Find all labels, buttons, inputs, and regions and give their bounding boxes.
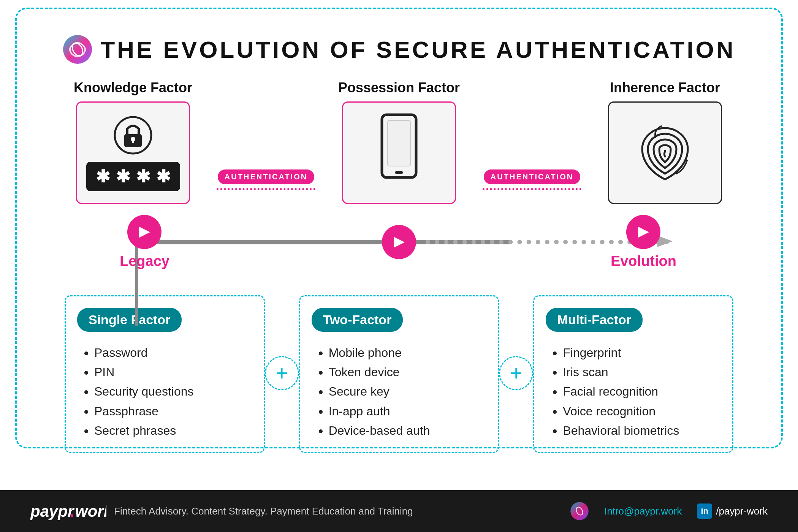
auth-dotted-1	[217, 188, 315, 190]
list-item: Password	[94, 343, 249, 363]
content-area: THE EVOLUTION OF SECURE AUTHENTICATION K…	[0, 0, 798, 490]
single-factor-title: Single Factor	[77, 308, 182, 332]
logo-icon	[62, 34, 93, 65]
main-container: THE EVOLUTION OF SECURE AUTHENTICATION K…	[0, 0, 798, 532]
footer-tagline: Fintech Advisory. Content Strategy. Paym…	[114, 505, 413, 517]
two-factor-title: Two-Factor	[312, 308, 403, 332]
svg-point-0	[63, 35, 92, 64]
evolution-label: Evolution	[611, 253, 676, 269]
knowledge-factor-title: Knowledge Factor	[74, 80, 192, 96]
knowledge-factor: Knowledge Factor	[61, 80, 205, 204]
inherence-factor-box	[608, 101, 722, 204]
svg-text:paypr: paypr	[30, 502, 75, 520]
list-item: PIN	[94, 363, 249, 382]
plus-circle-1: +	[265, 356, 299, 390]
timeline-legacy-dot: Legacy	[120, 215, 169, 269]
inherence-factor-title: Inherence Factor	[610, 80, 720, 96]
svg-marker-10	[139, 226, 150, 238]
multi-factor-title: Multi-Factor	[546, 308, 643, 332]
asterisk-1: ✱	[96, 166, 110, 187]
svg-rect-8	[395, 171, 403, 174]
possession-factor: Possession Factor	[327, 80, 471, 204]
lock-container: ✱ ✱ ✱ ✱	[86, 114, 180, 191]
footer-email: Intro@paypr.work	[604, 505, 682, 517]
asterisk-4: ✱	[156, 166, 171, 187]
footer-left: paypr . work Fintech Advisory. Content S…	[30, 501, 413, 522]
svg-rect-7	[388, 120, 410, 166]
svg-point-16	[570, 502, 589, 520]
auth-dotted-2	[483, 188, 581, 190]
single-factor-list: Password PIN Security questions Passphra…	[81, 343, 249, 440]
possession-factor-box	[342, 101, 456, 204]
possession-factor-title: Possession Factor	[338, 80, 460, 96]
list-item: Token device	[329, 363, 483, 382]
multi-factor-card: Multi-Factor Fingerprint Iris scan Facia…	[533, 295, 733, 453]
plus-circle-2: +	[499, 356, 533, 390]
auth-label-1: AUTHENTICATION	[218, 169, 314, 184]
svg-text:.: .	[70, 502, 75, 520]
footer-right: Intro@paypr.work in /paypr-work	[570, 502, 768, 521]
two-factor-card: Two-Factor Mobile phone Token device Sec…	[299, 295, 499, 453]
linkedin-badge: in	[697, 504, 712, 519]
list-item: Secret phrases	[94, 421, 249, 440]
single-factor-card: Single Factor Password PIN Security ques…	[65, 295, 265, 453]
lock-icon	[112, 114, 154, 156]
footer-linkedin: in /paypr-work	[697, 504, 768, 519]
list-item: Passphrase	[94, 402, 249, 421]
list-item: Device-based auth	[329, 421, 483, 440]
svg-marker-12	[638, 226, 649, 238]
list-item: Voice recognition	[563, 402, 717, 421]
knowledge-factor-box: ✱ ✱ ✱ ✱	[76, 101, 190, 204]
inherence-factor: Inherence Factor	[593, 80, 737, 204]
list-item: Iris scan	[563, 363, 717, 382]
list-item: Fingerprint	[563, 343, 717, 363]
header: THE EVOLUTION OF SECURE AUTHENTICATION	[30, 15, 768, 80]
asterisk-3: ✱	[136, 166, 150, 187]
auth-label-2: AUTHENTICATION	[484, 169, 580, 184]
plus-connector-1: +	[265, 356, 299, 390]
two-factor-list: Mobile phone Token device Secure key In-…	[315, 343, 483, 440]
legacy-label: Legacy	[120, 253, 169, 269]
timeline-middle-dot	[382, 225, 416, 259]
multi-factor-list: Fingerprint Iris scan Facial recognition…	[549, 343, 717, 440]
footer-logo-svg: paypr . work	[30, 501, 106, 522]
footer-linkedin-text: /paypr-work	[716, 505, 768, 517]
page-title: THE EVOLUTION OF SECURE AUTHENTICATION	[100, 36, 735, 63]
svg-text:work: work	[75, 502, 106, 520]
phone-icon	[374, 111, 424, 195]
footer-logo-icon	[570, 502, 589, 521]
asterisk-2: ✱	[116, 166, 130, 187]
fingerprint-icon	[635, 119, 695, 187]
footer: paypr . work Fintech Advisory. Content S…	[0, 490, 798, 532]
list-item: Behavioral biometrics	[563, 421, 717, 440]
list-item: Facial recognition	[563, 382, 717, 401]
svg-marker-11	[394, 237, 405, 248]
list-item: Mobile phone	[329, 343, 483, 363]
list-item: Secure key	[329, 382, 483, 401]
svg-rect-5	[132, 139, 134, 143]
list-item: In-app auth	[329, 402, 483, 421]
plus-connector-2: +	[499, 356, 533, 390]
password-dots: ✱ ✱ ✱ ✱	[86, 162, 180, 191]
list-item: Security questions	[94, 382, 249, 401]
timeline-evolution-dot: Evolution	[611, 215, 676, 269]
